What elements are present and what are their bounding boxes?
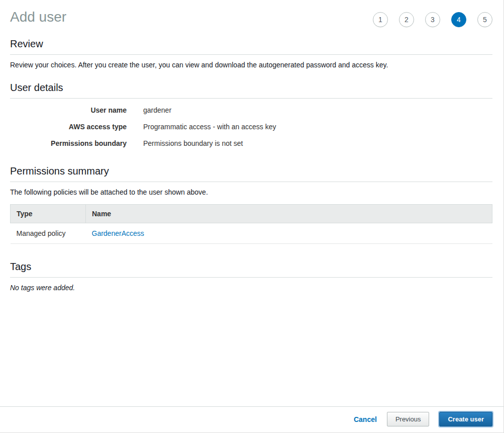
policy-name-link[interactable]: GardenerAccess <box>92 229 144 237</box>
divider <box>10 182 492 182</box>
detail-row-permissions-boundary: Permissions boundary Permissions boundar… <box>10 139 492 147</box>
wizard-content: Review Review your choices. After you cr… <box>0 38 503 292</box>
table-header-row: Type Name <box>11 205 492 223</box>
access-type-value: Programmatic access - with an access key <box>143 123 276 131</box>
user-details-section: User details User name gardener AWS acce… <box>10 82 492 147</box>
tags-section: Tags No tags were added. <box>10 261 492 292</box>
divider <box>10 277 492 278</box>
create-user-button[interactable]: Create user <box>439 412 492 426</box>
step-2[interactable]: 2 <box>399 12 414 27</box>
column-header-name: Name <box>86 205 492 223</box>
step-1[interactable]: 1 <box>373 12 388 27</box>
policy-type-cell: Managed policy <box>11 223 86 244</box>
step-4-active[interactable]: 4 <box>451 12 466 27</box>
step-5[interactable]: 5 <box>477 12 492 27</box>
detail-row-access-type: AWS access type Programmatic access - wi… <box>10 123 492 131</box>
divider <box>10 54 492 55</box>
permissions-summary-heading: Permissions summary <box>10 165 492 177</box>
tags-empty-text: No tags were added. <box>10 284 492 292</box>
add-user-wizard-page: Add user 1 2 3 4 5 Review Review your ch… <box>0 0 504 433</box>
wizard-header: Add user 1 2 3 4 5 <box>0 0 503 27</box>
page-title: Add user <box>10 8 66 26</box>
policies-table: Type Name Managed policy GardenerAccess <box>10 204 492 244</box>
cancel-button[interactable]: Cancel <box>354 415 377 423</box>
previous-button[interactable]: Previous <box>387 412 430 426</box>
permissions-summary-description: The following policies will be attached … <box>10 188 492 196</box>
access-type-label: AWS access type <box>10 123 127 131</box>
step-indicator: 1 2 3 4 5 <box>373 12 492 27</box>
user-details-rows: User name gardener AWS access type Progr… <box>10 106 492 147</box>
permissions-boundary-value: Permissions boundary is not set <box>143 139 243 147</box>
user-name-label: User name <box>10 106 127 114</box>
user-details-heading: User details <box>10 82 492 94</box>
permissions-summary-section: Permissions summary The following polici… <box>10 165 492 244</box>
divider <box>10 98 492 99</box>
review-section: Review Review your choices. After you cr… <box>10 38 492 69</box>
wizard-footer: Cancel Previous Create user <box>0 406 503 432</box>
detail-row-user-name: User name gardener <box>10 106 492 114</box>
tags-heading: Tags <box>10 261 492 273</box>
table-row: Managed policy GardenerAccess <box>11 223 492 244</box>
user-name-value: gardener <box>143 106 171 114</box>
permissions-boundary-label: Permissions boundary <box>10 139 127 147</box>
review-description: Review your choices. After you create th… <box>10 61 492 69</box>
review-heading: Review <box>10 38 492 50</box>
policy-name-cell: GardenerAccess <box>86 223 492 244</box>
step-3[interactable]: 3 <box>425 12 440 27</box>
column-header-type: Type <box>11 205 86 223</box>
